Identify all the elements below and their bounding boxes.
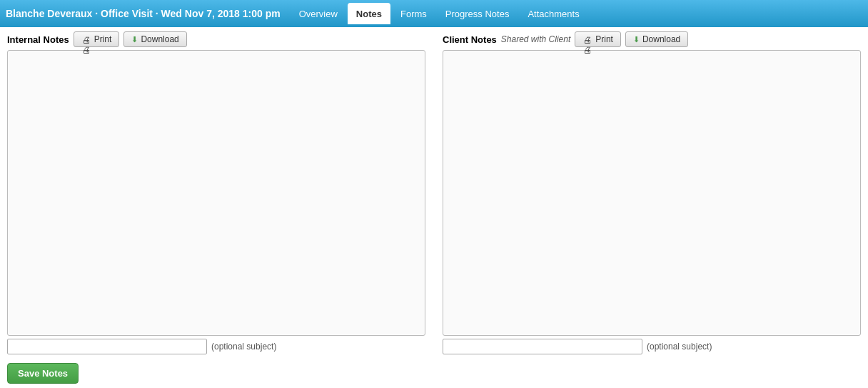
- internal-notes-subject-input[interactable]: [7, 339, 207, 354]
- header-title: Blanche Deveraux · Office Visit · Wed No…: [6, 8, 281, 19]
- internal-notes-label: Internal Notes: [7, 34, 69, 45]
- client-notes-print-button[interactable]: 🖨 Print: [575, 31, 621, 47]
- client-notes-print-label: Print: [595, 34, 613, 44]
- client-notes-download-label: Download: [642, 34, 680, 44]
- client-notes-footer: (optional subject): [443, 336, 861, 357]
- download-icon: [131, 34, 138, 44]
- internal-notes-download-label: Download: [141, 34, 178, 44]
- header-bar: Blanche Deveraux · Office Visit · Wed No…: [0, 0, 868, 27]
- internal-notes-footer: (optional subject): [7, 336, 425, 357]
- internal-notes-panel: Internal Notes 🖨 Print Download (optiona…: [7, 27, 425, 357]
- client-download-icon: [633, 34, 640, 44]
- notes-panels: Internal Notes 🖨 Print Download (optiona…: [7, 27, 861, 360]
- client-notes-panel: Client Notes Shared with Client 🖨 Print …: [443, 27, 861, 357]
- client-notes-subject-input[interactable]: [443, 339, 642, 354]
- client-notes-label: Client Notes: [443, 34, 497, 45]
- client-print-icon: 🖨: [582, 35, 592, 44]
- panel-divider: [431, 27, 437, 357]
- bottom-actions: Save Notes: [7, 360, 861, 388]
- client-notes-download-button[interactable]: Download: [625, 31, 688, 47]
- client-notes-textarea[interactable]: [443, 50, 861, 336]
- internal-notes-download-button[interactable]: Download: [123, 31, 186, 47]
- tab-notes[interactable]: Notes: [348, 3, 390, 24]
- print-icon: 🖨: [81, 35, 91, 44]
- client-notes-header: Client Notes Shared with Client 🖨 Print …: [443, 27, 861, 50]
- internal-notes-textarea[interactable]: [7, 50, 425, 336]
- internal-notes-optional-label: (optional subject): [211, 342, 276, 352]
- save-notes-button[interactable]: Save Notes: [7, 363, 79, 384]
- internal-notes-print-label: Print: [94, 34, 112, 44]
- client-notes-optional-label: (optional subject): [647, 342, 712, 352]
- tab-progress-notes[interactable]: Progress Notes: [437, 3, 518, 24]
- tab-attachments[interactable]: Attachments: [519, 3, 587, 24]
- main-content: Internal Notes 🖨 Print Download (optiona…: [0, 27, 868, 388]
- internal-notes-header: Internal Notes 🖨 Print Download: [7, 27, 425, 50]
- internal-notes-print-button[interactable]: 🖨 Print: [74, 31, 120, 47]
- tab-forms[interactable]: Forms: [392, 3, 435, 24]
- shared-with-client-label: Shared with Client: [501, 34, 570, 44]
- nav-tabs: Overview Notes Forms Progress Notes Atta…: [291, 3, 588, 24]
- tab-overview[interactable]: Overview: [291, 3, 346, 24]
